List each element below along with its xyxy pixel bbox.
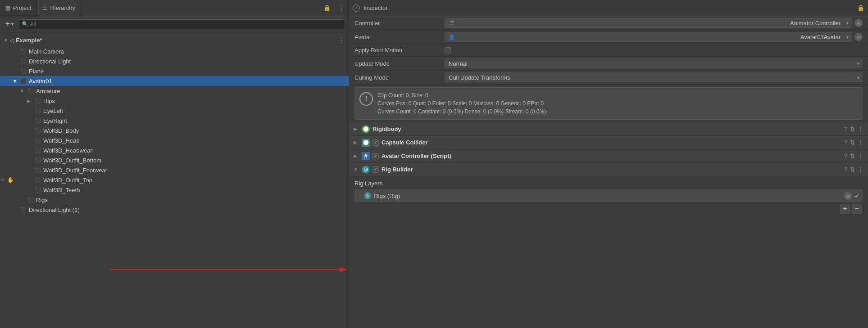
warning-exclamation-icon: ! xyxy=(359,92,373,106)
tree-cube-icon-wolf3d-headwear: ⬛ xyxy=(34,148,41,153)
tree-label-wolf3d-outfit-top: Wolf3D_Outfit_Top xyxy=(43,177,92,184)
rig-layers-section: Rig Layers − ◎ Rigs (Rig) ◎ ✓ + − xyxy=(349,176,868,217)
tree-arrow-armature: ▼ xyxy=(20,89,25,94)
avatar-controller-checkbox[interactable]: ✓ xyxy=(373,153,379,159)
tree-item-avatar01[interactable]: ▼ ⬛ Avatar01 xyxy=(0,76,349,86)
tab-bar: ▤ Project ☰ Hierarchy 🔒 ⋮ xyxy=(0,0,349,16)
left-panel: ▤ Project ☰ Hierarchy 🔒 ⋮ + ▾ 🔍 ▼ ◁ Exam… xyxy=(0,0,349,328)
rigidbody-help-icon[interactable]: ? xyxy=(844,126,847,132)
scene-root-header[interactable]: ▼ ◁ Example* ⋮ xyxy=(0,34,349,46)
tree-label-eyeleft: EyeLeft xyxy=(43,108,63,114)
controller-chevron: ▾ xyxy=(846,21,849,26)
prop-arm-label: Apply Root Motion xyxy=(354,47,445,54)
hierarchy-menu-dots[interactable]: ⋮ xyxy=(334,0,349,16)
tree-label-main-camera: Main Camera xyxy=(29,48,64,55)
tree-item-wolf3d-body[interactable]: ⬛ Wolf3D_Body xyxy=(0,126,349,135)
update-mode-chevron: ▾ xyxy=(857,61,859,66)
avatar-value-text: Avatar01Avatar xyxy=(800,34,841,40)
add-button[interactable]: + ▾ xyxy=(4,18,15,30)
tree-item-wolf3d-headwear[interactable]: ⬛ Wolf3D_Headwear xyxy=(0,145,349,155)
component-rigidbody[interactable]: ▶ ⬤ Rigidbody ? ⇅ ⋮ xyxy=(349,122,868,136)
avatar-icon: 👤 xyxy=(449,34,455,40)
tree-item-wolf3d-outfit-top[interactable]: 👁 ✋ ⬛ Wolf3D_Outfit_Top xyxy=(0,175,349,185)
search-icon: 🔍 xyxy=(22,21,28,27)
rig-builder-help-icon[interactable]: ? xyxy=(844,166,847,173)
avatar-ctrl-menu-icon[interactable]: ⋮ xyxy=(858,153,863,159)
tree-item-wolf3d-outfit-footwear[interactable]: ⬛ Wolf3D_Outfit_Footwear xyxy=(0,165,349,175)
controller-pick-button[interactable]: ◎ xyxy=(854,19,863,27)
tree-cube-icon-rigs: ⬛ xyxy=(27,197,34,203)
scene-menu-dots[interactable]: ⋮ xyxy=(338,36,345,45)
tree-item-hips[interactable]: ▶ ⬛ Hips xyxy=(0,96,349,106)
tree-cube-icon-wolf3d-body: ⬛ xyxy=(34,128,41,134)
tab-project[interactable]: ▤ Project xyxy=(0,0,37,16)
controller-value-text: Animator Controller xyxy=(790,20,841,27)
tree-item-armature[interactable]: ▼ ⬛ Armature xyxy=(0,86,349,96)
controller-select[interactable]: 🎬 Animator Controller ▾ xyxy=(445,18,852,28)
tree-label-armature: Armature xyxy=(36,88,60,94)
avatar-chevron: ▾ xyxy=(846,35,849,40)
tree-label-avatar01: Avatar01 xyxy=(29,78,52,85)
tree-label-wolf3d-outfit-bottom: Wolf3D_Outfit_Bottom xyxy=(43,157,101,164)
tree-label-wolf3d-outfit-footwear: Wolf3D_Outfit_Footwear xyxy=(43,167,107,174)
rig-builder-settings-icon[interactable]: ⇅ xyxy=(850,166,855,173)
tree-item-plane[interactable]: ⬛ Plane xyxy=(0,66,349,76)
scene-arrow-icon: ▼ xyxy=(4,38,8,43)
tab-hierarchy[interactable]: ☰ Hierarchy xyxy=(37,0,81,16)
tree-item-directional-light[interactable]: ⬛ Directional Light xyxy=(0,56,349,66)
rig-builder-menu-icon[interactable]: ⋮ xyxy=(858,166,863,173)
rig-remove-button[interactable]: − xyxy=(852,204,862,214)
hierarchy-icon: ☰ xyxy=(42,5,47,11)
component-avatar-controller[interactable]: ▶ # ✓ Avatar Controller (Script) ? ⇅ ⋮ xyxy=(349,149,868,163)
capsule-menu-icon[interactable]: ⋮ xyxy=(858,139,863,146)
rig-builder-checkbox[interactable]: ✓ xyxy=(373,166,379,173)
rig-add-button[interactable]: + xyxy=(840,204,850,214)
avatar-controller-name: Avatar Controller (Script) xyxy=(382,153,451,159)
right-panel: i Inspector 🔒 Controller 🎬 Animator Cont… xyxy=(349,0,868,328)
capsule-help-icon[interactable]: ? xyxy=(844,139,847,146)
rigidbody-settings-icon[interactable]: ⇅ xyxy=(850,126,855,132)
tree-cube-icon-hips: ⬛ xyxy=(34,98,41,104)
avatar-select[interactable]: 👤 Avatar01Avatar ▾ xyxy=(445,32,852,42)
tree-cube-icon-eyeright: ⬛ xyxy=(34,118,41,124)
component-rig-builder[interactable]: ▼ ◎ ✓ Rig Builder ? ⇅ ⋮ xyxy=(349,163,868,176)
tree-item-eyeleft[interactable]: ⬛ EyeLeft xyxy=(0,106,349,116)
capsule-settings-icon[interactable]: ⇅ xyxy=(850,139,855,146)
capsule-actions: ? ⇅ ⋮ xyxy=(844,139,863,146)
tree-label-directional-light-1: Directional Light (1) xyxy=(29,207,80,213)
component-capsule-collider[interactable]: ▶ ⬤ ✓ Capsule Collider ? ⇅ ⋮ xyxy=(349,136,868,149)
tree-item-wolf3d-teeth[interactable]: ⬛ Wolf3D_Teeth xyxy=(0,185,349,195)
scene-name: Example* xyxy=(16,37,42,44)
inspector-info-icon: i xyxy=(353,4,360,12)
tree-label-plane: Plane xyxy=(29,68,44,75)
capsule-collider-checkbox[interactable]: ✓ xyxy=(373,139,379,146)
tree-item-directional-light-1[interactable]: ⬛ Directional Light (1) xyxy=(0,205,349,215)
tree-cube-icon-plane: ⬛ xyxy=(20,68,27,74)
culling-mode-select[interactable]: Cull Update Transforms ▾ xyxy=(445,72,863,82)
rigidbody-menu-icon[interactable]: ⋮ xyxy=(858,126,863,132)
warning-text: Clip Count: 0, Size: 0 Curves Pos: 0 Qua… xyxy=(377,91,546,116)
avatar-ctrl-help-icon[interactable]: ? xyxy=(844,153,847,159)
tree-item-wolf3d-outfit-bottom[interactable]: ⬛ Wolf3D_Outfit_Bottom xyxy=(0,155,349,165)
controller-icon: 🎬 xyxy=(449,20,455,26)
update-mode-select[interactable]: Normal ▾ xyxy=(445,58,863,68)
hierarchy-lock: 🔒 xyxy=(320,0,334,16)
tree-item-eyeright[interactable]: ⬛ EyeRight xyxy=(0,116,349,126)
tab-project-label: Project xyxy=(13,4,31,11)
rig-row-0: − ◎ Rigs (Rig) ◎ ✓ xyxy=(354,189,863,202)
rig-builder-arrow-icon: ▼ xyxy=(354,167,359,172)
rig-pick-button[interactable]: ◎ xyxy=(844,192,852,200)
inspector-lock-icon: 🔒 xyxy=(857,4,864,11)
tree-cube-icon-armature: ⬛ xyxy=(27,88,34,94)
avatar-ctrl-settings-icon[interactable]: ⇅ xyxy=(850,153,855,159)
update-mode-value-text: Normal xyxy=(449,60,468,67)
apply-root-motion-checkbox[interactable] xyxy=(445,47,451,54)
rig-enabled-check[interactable]: ✓ xyxy=(854,193,859,199)
tree-item-wolf3d-head[interactable]: ⬛ Wolf3D_Head xyxy=(0,135,349,145)
rig-row-collapse-icon[interactable]: − xyxy=(358,192,361,199)
avatar-pick-button[interactable]: ◎ xyxy=(854,33,863,41)
tree-label-hips: Hips xyxy=(43,98,55,104)
tree-item-main-camera[interactable]: ⬛ Main Camera xyxy=(0,46,349,56)
search-input[interactable] xyxy=(30,21,341,27)
tree-item-rigs[interactable]: ⬛ Rigs xyxy=(0,195,349,205)
